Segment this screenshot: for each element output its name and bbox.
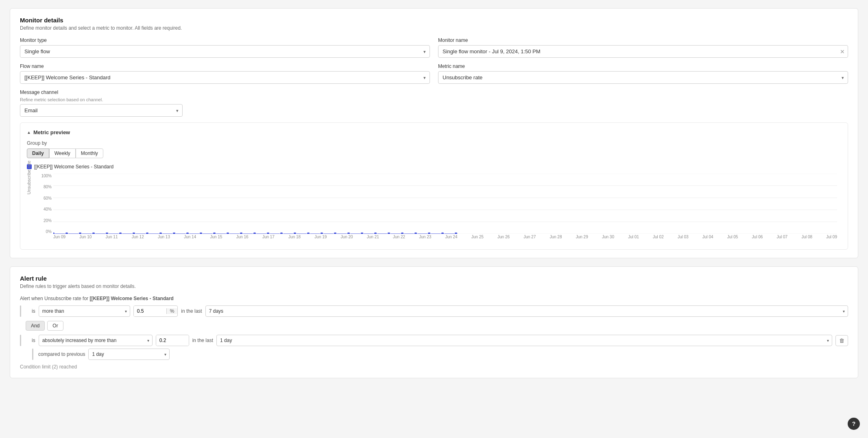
condition-2-delete-button[interactable]: 🗑 — [835, 335, 848, 346]
x-label-jul03: Jul 03 — [678, 235, 689, 239]
svg-point-14 — [159, 232, 162, 234]
condition-1-period-select[interactable]: 1 day 7 days 14 days 30 days — [205, 305, 848, 317]
compared-to-select-wrapper: 1 day 7 days 14 days 30 days — [88, 349, 170, 360]
or-button[interactable]: Or — [47, 321, 63, 331]
group-by-label: Group by — [27, 140, 841, 146]
x-label-jun15: Jun 15 — [210, 235, 222, 239]
svg-point-22 — [266, 232, 270, 234]
svg-point-11 — [119, 232, 122, 234]
monitor-type-label: Monitor type — [20, 37, 430, 43]
monitor-name-input-wrapper: ✕ — [438, 45, 848, 58]
alert-rule-title: Alert rule — [20, 275, 848, 282]
monitor-name-group: Monitor name ✕ — [438, 37, 848, 58]
condition-2-type-select[interactable]: more than less than absolutely increased… — [39, 335, 153, 346]
condition-1-value-wrapper: % — [133, 305, 178, 317]
condition-2-period-wrapper: 1 day 7 days 14 days 30 days — [216, 335, 832, 346]
message-channel-select-wrapper: Email — [20, 104, 183, 117]
x-label-jul06: Jul 06 — [752, 235, 763, 239]
svg-point-21 — [253, 232, 256, 234]
flow-name-group: Flow name [[KEEP]] Welcome Series - Stan… — [20, 63, 430, 84]
x-label-jun10: Jun 10 — [79, 235, 92, 239]
group-by-monthly-button[interactable]: Monthly — [76, 148, 103, 158]
x-label-jun30: Jun 30 — [602, 235, 614, 239]
condition-1-row: is more than less than absolutely increa… — [20, 305, 848, 317]
svg-point-17 — [199, 232, 203, 234]
condition-2-value-wrapper — [156, 335, 189, 346]
and-or-row: And Or — [26, 321, 848, 331]
x-label-jul05: Jul 05 — [727, 235, 738, 239]
message-channel-row: Message channel Refine metric selection … — [20, 89, 848, 117]
x-label-jun17: Jun 17 — [262, 235, 275, 239]
flow-name-label: Flow name — [20, 63, 430, 69]
svg-point-6 — [53, 232, 55, 234]
svg-point-12 — [132, 232, 135, 234]
compared-to-label: compared to previous — [38, 351, 85, 357]
monitor-name-label: Monitor name — [438, 37, 848, 43]
monitor-type-select[interactable]: Single flow — [20, 45, 430, 58]
monitor-name-clear-button[interactable]: ✕ — [840, 48, 845, 55]
alert-when-flow: [[KEEP]] Welcome Series - Standard — [89, 296, 174, 301]
svg-point-18 — [213, 232, 216, 234]
svg-point-19 — [226, 232, 229, 234]
condition-1-in-the-last-label: in the last — [181, 308, 202, 314]
monitor-details-title: Monitor details — [20, 17, 848, 24]
flow-name-select-wrapper: [[KEEP]] Welcome Series - Standard — [20, 71, 430, 84]
y-label-100: 100% — [37, 174, 52, 178]
group-by-daily-button[interactable]: Daily — [27, 148, 49, 158]
flow-metric-row: Flow name [[KEEP]] Welcome Series - Stan… — [20, 63, 848, 84]
x-label-jun22: Jun 22 — [393, 235, 405, 239]
metric-preview-card: ▲ Metric preview Group by Daily Weekly M… — [20, 122, 848, 250]
x-label-jul04: Jul 04 — [702, 235, 713, 239]
condition-2-value-input[interactable] — [156, 335, 189, 346]
svg-point-7 — [65, 232, 68, 234]
svg-point-34 — [427, 232, 431, 234]
chart-legend: [[KEEP]] Welcome Series - Standard — [27, 164, 841, 170]
svg-point-15 — [172, 232, 176, 234]
x-label-jun12: Jun 12 — [132, 235, 144, 239]
svg-point-13 — [146, 232, 149, 234]
flow-name-select[interactable]: [[KEEP]] Welcome Series - Standard — [20, 71, 430, 84]
x-label-jun20: Jun 20 — [341, 235, 353, 239]
condition-2-in-the-last-label: in the last — [192, 338, 213, 343]
compared-to-select[interactable]: 1 day 7 days 14 days 30 days — [88, 349, 170, 360]
x-label-jul09: Jul 09 — [826, 235, 837, 239]
x-label-jun19: Jun 19 — [314, 235, 327, 239]
condition-1-period-wrapper: 1 day 7 days 14 days 30 days — [205, 305, 848, 317]
x-label-jul07: Jul 07 — [777, 235, 788, 239]
x-label-jun29: Jun 29 — [576, 235, 588, 239]
svg-point-26 — [320, 232, 323, 234]
condition-1-unit: % — [166, 308, 178, 314]
y-label-0: 0% — [37, 229, 52, 234]
svg-point-28 — [347, 232, 350, 234]
svg-point-33 — [414, 232, 417, 234]
collapse-icon: ▲ — [27, 130, 31, 135]
y-label-20: 20% — [37, 218, 52, 223]
metric-preview-title: Metric preview — [33, 129, 70, 135]
monitor-type-group: Monitor type Single flow — [20, 37, 430, 58]
chart-svg — [53, 174, 837, 234]
group-by-btn-group: Daily Weekly Monthly — [27, 148, 841, 158]
metric-preview-header[interactable]: ▲ Metric preview — [27, 129, 841, 135]
group-by-weekly-button[interactable]: Weekly — [49, 148, 76, 158]
x-label-jun16: Jun 16 — [236, 235, 249, 239]
monitor-name-input[interactable] — [438, 45, 848, 58]
metric-name-label: Metric name — [438, 63, 848, 69]
x-label-jun26: Jun 26 — [497, 235, 510, 239]
x-label-jun23: Jun 23 — [419, 235, 431, 239]
x-label-jun18: Jun 18 — [288, 235, 301, 239]
svg-point-9 — [92, 232, 95, 234]
condition-2-is-label: is — [32, 338, 35, 343]
legend-label: [[KEEP]] Welcome Series - Standard — [34, 164, 113, 170]
alert-when-prefix: Alert when Unsubscribe rate for — [20, 296, 89, 301]
x-label-jun21: Jun 21 — [367, 235, 379, 239]
condition-2-period-select[interactable]: 1 day 7 days 14 days 30 days — [216, 335, 832, 346]
monitor-type-name-row: Monitor type Single flow Monitor name ✕ — [20, 37, 848, 58]
metric-name-select[interactable]: Unsubscribe rate — [438, 71, 848, 84]
monitor-type-select-wrapper: Single flow — [20, 45, 430, 58]
x-label-jun09: Jun 09 — [53, 235, 65, 239]
condition-1-type-select[interactable]: more than less than absolutely increased… — [39, 305, 130, 317]
condition-1-value-input[interactable] — [134, 306, 166, 316]
and-button[interactable]: And — [26, 321, 45, 331]
condition-1-connector — [20, 305, 21, 317]
message-channel-select[interactable]: Email — [20, 104, 183, 117]
